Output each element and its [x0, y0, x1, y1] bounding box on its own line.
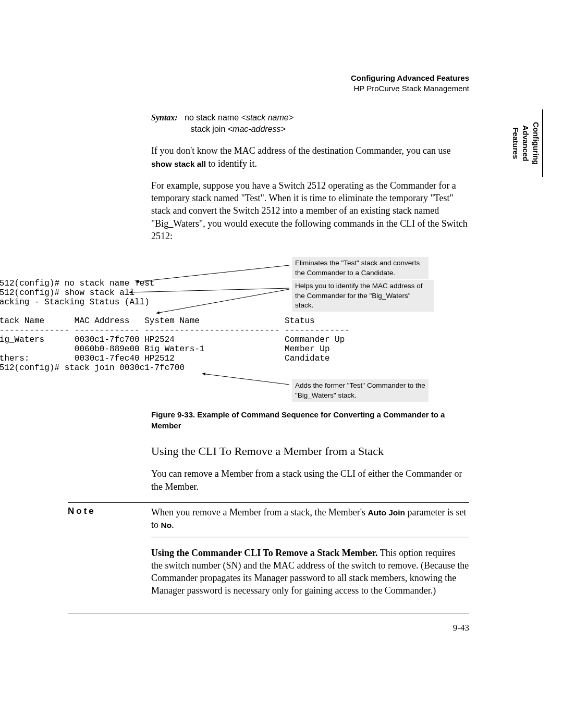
syntax-arg-0: <stack name>: [241, 113, 294, 122]
bottom-rule: [68, 613, 469, 613]
syntax-cmd-0: no stack name: [185, 113, 239, 122]
header-subtitle: HP ProCurve Stack Management: [68, 83, 469, 94]
page-content: Configuring Advanced Features HP ProCurv…: [68, 73, 469, 633]
figure-9-33: Eliminates the "Test" stack and converts…: [68, 258, 469, 409]
para4-bold: Using the Commander CLI To Remove a Stac…: [151, 548, 378, 558]
paragraph-3: You can remove a Member from a stack usi…: [151, 467, 469, 493]
note-c: .: [172, 520, 174, 530]
svg-line-3: [202, 374, 289, 385]
note-label: Note: [68, 506, 151, 516]
syntax-label: Syntax:: [151, 113, 178, 122]
para1-a: If you don't know the MAC address of the…: [151, 145, 450, 156]
para1-bold: show stack all: [151, 159, 206, 168]
callout-3: Adds the former "Test" Commander to the …: [292, 379, 429, 401]
note-a: When you remove a Member from a stack, t…: [151, 507, 368, 517]
note-block: Note When you remove a Member from a sta…: [68, 502, 469, 537]
note-body: When you remove a Member from a stack, t…: [151, 506, 469, 537]
page-number: 9-43: [68, 623, 469, 633]
syntax-cmd-1: stack join: [191, 125, 226, 133]
side-tab: Configuring Advanced Features: [510, 109, 543, 177]
cli-output: HP2512(config)# no stack name Test HP251…: [0, 279, 350, 373]
figure-caption: Figure 9-33. Example of Command Sequence…: [151, 409, 469, 431]
note-bold1: Auto Join: [368, 508, 405, 517]
syntax-arg-1: <mac-address>: [228, 125, 286, 133]
paragraph-1: If you don't know the MAC address of the…: [151, 144, 469, 170]
page-header: Configuring Advanced Features HP ProCurv…: [68, 73, 469, 94]
note-bold2: No: [161, 521, 172, 529]
subsection-title: Using the CLI To Remove a Member from a …: [151, 445, 469, 458]
paragraph-4: Using the Commander CLI To Remove a Stac…: [151, 547, 469, 597]
header-title: Configuring Advanced Features: [68, 73, 469, 83]
callout-1: Eliminates the "Test" stack and converts…: [292, 257, 429, 279]
para1-b: to identify it.: [206, 158, 257, 169]
paragraph-2: For example, suppose you have a Switch 2…: [151, 179, 469, 242]
syntax-block: Syntax: no stack name <stack name> stack…: [151, 112, 469, 135]
